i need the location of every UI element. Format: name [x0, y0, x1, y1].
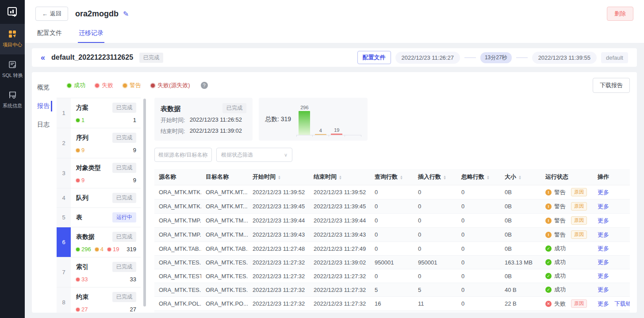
- cell-size: 0B: [500, 228, 541, 242]
- cell-source-name: ORA_MTK.INTE...: [154, 311, 201, 313]
- search-input[interactable]: [154, 148, 212, 162]
- step-status-badge: 已完成: [112, 103, 136, 113]
- column-header: 查询行数▲▼: [370, 169, 414, 185]
- more-link[interactable]: 更多: [598, 203, 609, 210]
- rail-item-overview[interactable]: 概览: [32, 78, 52, 97]
- tab-config-file[interactable]: 配置文件: [36, 25, 63, 43]
- sort-icon[interactable]: ▲▼: [339, 175, 342, 180]
- step-list-item[interactable]: 2 序列 已完成 9 9: [57, 128, 141, 158]
- more-link[interactable]: 更多: [598, 286, 609, 293]
- more-link[interactable]: 更多: [598, 245, 609, 252]
- warn-status-icon: !: [545, 218, 552, 224]
- chevron-down-icon: ∨: [284, 152, 288, 158]
- cell-ignore-rows: 0: [457, 283, 500, 297]
- cell-start-time: 2022/12/23 11:27:31: [248, 311, 309, 313]
- more-link[interactable]: 更多: [598, 300, 609, 307]
- sort-icon[interactable]: ▲▼: [278, 175, 281, 180]
- cell-actions: 更多: [593, 199, 630, 214]
- more-link[interactable]: 更多: [598, 189, 609, 195]
- column-label: 大小: [505, 173, 516, 180]
- cell-start-time: 2022/12/23 11:39:43: [248, 228, 309, 242]
- collapse-icon[interactable]: «: [41, 54, 45, 61]
- edit-title-icon[interactable]: ✎: [123, 10, 129, 18]
- cell-target-name: ORA_MTK.INT...: [201, 311, 248, 313]
- config-file-button[interactable]: 配置文件: [357, 51, 391, 64]
- status-filter-select[interactable]: 根据状态筛选 ∨: [216, 148, 292, 162]
- sidebar-item-project-center[interactable]: 项目中心: [0, 24, 25, 54]
- status-dot-icon: [76, 119, 80, 122]
- step-list-item[interactable]: 4 队列 已完成: [57, 188, 141, 208]
- cell-size: 0B: [500, 214, 541, 228]
- step-list-item[interactable]: 5 表 运行中: [57, 208, 141, 227]
- cell-query-rows: 0: [370, 242, 414, 256]
- scrollbar-thumb[interactable]: [143, 99, 146, 307]
- reason-button[interactable]: 原因: [571, 202, 587, 211]
- chart-slot-失败: 19: [329, 127, 345, 135]
- cell-source-name: ORA_MTK.POL...: [154, 297, 201, 311]
- more-link[interactable]: 更多: [598, 272, 609, 279]
- status-dot-icon: [76, 308, 80, 311]
- cell-run-status: ✓成功: [541, 242, 593, 256]
- help-icon[interactable]: ?: [201, 82, 208, 89]
- sort-icon[interactable]: ▲▼: [443, 175, 446, 180]
- reason-button[interactable]: 原因: [571, 299, 587, 308]
- cell-query-rows: 950001: [370, 256, 414, 269]
- step-index: 7: [57, 257, 71, 287]
- cell-end-time: 2022/12/23 11:27:32: [309, 311, 370, 313]
- tab-migration-records[interactable]: 迁移记录: [78, 25, 104, 43]
- rail-item-log[interactable]: 日志: [32, 115, 52, 134]
- cell-target-name: ORA_MTK.TAB...: [201, 242, 248, 256]
- step-list-item[interactable]: 6 表数据 已完成 296419 319: [57, 227, 141, 257]
- more-link[interactable]: 更多: [598, 217, 609, 224]
- step-stats: 296419 319: [76, 246, 136, 253]
- record-meta: 配置文件 2022/12/23 11:26:27 13分27秒 2022/12/…: [357, 51, 628, 64]
- sidebar-item-system-info[interactable]: 系统信息: [0, 85, 25, 115]
- cell-end-time: 2022/12/23 11:27:32: [309, 269, 370, 283]
- cell-actions: 更多: [593, 185, 630, 199]
- cell-query-rows: 0: [370, 214, 414, 228]
- reason-button[interactable]: 原因: [571, 216, 587, 225]
- fail-dot-icon: [95, 84, 99, 88]
- step-total-count: 33: [130, 276, 136, 283]
- sort-icon[interactable]: ▲▼: [400, 175, 403, 180]
- step-list-scrollbar[interactable]: [143, 98, 146, 313]
- column-label: 目标名称: [206, 173, 229, 180]
- end-time-pill: 2022/12/23 11:39:55: [532, 52, 597, 64]
- reason-button[interactable]: 原因: [571, 188, 587, 196]
- cell-target-name: ORA_MTK.TES...: [201, 256, 248, 269]
- back-button[interactable]: ← 返回: [35, 7, 68, 21]
- more-link[interactable]: 更多: [598, 259, 609, 265]
- column-label: 插入行数: [418, 173, 441, 180]
- step-list-item[interactable]: 3 对象类型 已完成 9 9: [57, 158, 141, 188]
- step-status-badge: 已完成: [112, 163, 136, 173]
- cell-run-status: !警告原因: [541, 214, 593, 228]
- step-list-item[interactable]: 7 索引 已完成 33 33: [57, 257, 141, 287]
- sidebar-item-sql-convert[interactable]: SQL 转换: [0, 54, 25, 85]
- table-row: ORA_MTK.INTE...ORA_MTK.INT...2022/12/23 …: [154, 311, 630, 313]
- column-label: 开始时间: [253, 173, 276, 180]
- fail-status-icon: ✕: [545, 301, 552, 307]
- delete-button[interactable]: 删除: [607, 7, 633, 21]
- download-report-button[interactable]: 下载报告: [593, 78, 630, 93]
- rail-item-report[interactable]: 报告: [32, 97, 52, 115]
- cell-actions: 更多下载错误数据: [593, 297, 630, 311]
- back-button-label: 返回: [50, 10, 61, 18]
- cell-size: 16 B: [500, 311, 541, 313]
- sql-convert-icon: [8, 60, 17, 69]
- cell-query-rows: 0: [370, 228, 414, 242]
- cell-source-name: ORA_MTK.TMP...: [154, 228, 201, 242]
- step-list-item[interactable]: 1 方案 已完成 1 1: [57, 98, 141, 128]
- column-header: 运行状态: [541, 169, 593, 185]
- bar-value-label: 296: [300, 105, 308, 110]
- sort-icon[interactable]: ▲▼: [518, 175, 521, 180]
- step-index: 6: [57, 227, 71, 257]
- download-error-data-link[interactable]: 下载错误数据: [614, 300, 630, 307]
- step-list-item[interactable]: 8 约束 已完成 27 27: [57, 287, 141, 313]
- header-row: ← 返回 ora2mogdb ✎ 删除: [35, 4, 633, 23]
- sort-icon[interactable]: ▲▼: [487, 175, 490, 180]
- reason-button[interactable]: 原因: [571, 230, 587, 239]
- cell-start-time: 2022/12/23 11:27:32: [248, 269, 309, 283]
- more-link[interactable]: 更多: [598, 231, 609, 238]
- cell-source-name: ORA_MTK.TES...: [154, 283, 201, 297]
- app-logo[interactable]: [0, 0, 25, 24]
